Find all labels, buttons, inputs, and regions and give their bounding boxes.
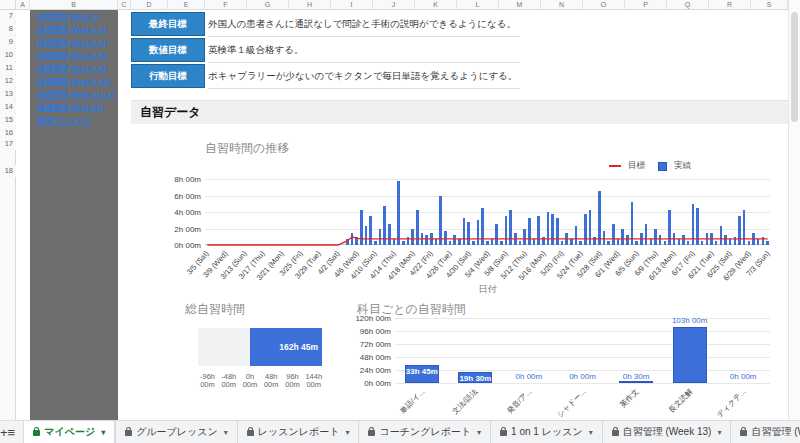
x-axis-title: 日付 <box>205 283 770 296</box>
sheet-tab-label: 自習管理 (Week 11-12) <box>751 425 800 439</box>
sidebar-link-1[interactable]: 自習管理 (Week 0) <box>37 12 100 22</box>
column-header-E[interactable]: E <box>168 0 205 10</box>
column-header-D[interactable]: D <box>131 0 168 10</box>
gridline <box>395 370 770 371</box>
row-header-7[interactable]: 7 <box>0 10 16 22</box>
y-tick-label: 72h 00m <box>351 340 391 349</box>
gauge-tick-label: 144h 00m <box>301 373 327 389</box>
row-header-14[interactable]: 14 <box>0 101 16 113</box>
chevron-down-icon[interactable]: ▾ <box>345 428 349 437</box>
column-header-O[interactable]: O <box>583 0 625 10</box>
y-tick-label: 0h 00m <box>351 379 391 388</box>
row-header-11[interactable]: 11 <box>0 62 16 74</box>
subject-bar-value: 103h 00m <box>663 316 717 325</box>
goal-label-action: 行動目標 <box>131 64 205 88</box>
sheet-tab-5[interactable]: 1 on 1 レッスン▾ <box>490 421 602 443</box>
sidebar-link-5[interactable]: 自習管理 (Week 7-8) <box>37 64 106 74</box>
column-header-M[interactable]: M <box>499 0 541 10</box>
sheet-tab-2[interactable]: グループレッスン▾ <box>115 421 237 443</box>
row-header-12[interactable]: 12 <box>0 75 16 87</box>
sheet-tab-label: マイページ <box>44 425 95 439</box>
y-tick-label: 2h 00m <box>131 225 201 234</box>
column-header-Q[interactable]: Q <box>667 0 709 10</box>
row-header-15[interactable]: 15 <box>0 114 16 126</box>
subject-plot-area: 33h 45m19h 30m0h 00m0h 00m0h 30m103h 00m… <box>395 318 770 383</box>
lock-icon <box>33 430 40 436</box>
sidebar-link-9[interactable]: 使用マニュアル <box>37 116 90 126</box>
sidebar-link-2[interactable]: 自習管理 (Week 1-2) <box>37 25 106 35</box>
sheet-tab-6[interactable]: 自習管理 (Week 13)▾ <box>602 421 731 443</box>
spreadsheet-canvas: ABCDEFGHIJKLMNOPQRS 78910111213141516171… <box>0 0 800 420</box>
sidebar-link-6[interactable]: 自習管理 (Week 9-10) <box>37 77 111 87</box>
y-tick-label: 8h 00m <box>131 175 201 184</box>
goal-label-numeric: 数値目標 <box>131 38 205 62</box>
gridline <box>395 344 770 345</box>
sidebar-link-7[interactable]: 自習管理 (Week 11-12) <box>37 90 114 100</box>
legend-target-label: 目標 <box>628 160 645 172</box>
subject-bar <box>673 327 707 383</box>
column-header-H[interactable]: H <box>289 0 331 10</box>
y-tick-label: 48h 00m <box>351 353 391 362</box>
column-header-F[interactable]: F <box>205 0 247 10</box>
column-header-L[interactable]: L <box>457 0 499 10</box>
gridline <box>395 383 770 384</box>
lock-icon <box>500 430 507 436</box>
sheet-tab-4[interactable]: コーチングレポート▾ <box>358 421 490 443</box>
lock-icon <box>740 430 747 436</box>
scrollbar-thumb[interactable] <box>791 12 798 122</box>
add-sheet-button[interactable]: + <box>0 421 8 443</box>
subject-bar-value: 0h 00m <box>556 372 610 381</box>
lock-icon <box>612 430 619 436</box>
column-header-S[interactable]: S <box>751 0 788 10</box>
column-header-B[interactable]: B <box>30 0 118 10</box>
sidebar-link-4[interactable]: 自習管理 (Week 5-6) <box>37 51 106 61</box>
chart-total-study-time: 総自習時間 162h 45m -96h 00m-48h 00m0h 00m48h… <box>131 297 351 420</box>
gridline <box>395 357 770 358</box>
row-header-10[interactable]: 10 <box>0 49 16 61</box>
target-line <box>205 179 770 245</box>
column-header-A[interactable]: A <box>16 0 30 10</box>
sheet-tab-1[interactable]: マイページ▾ <box>23 421 115 443</box>
lock-icon <box>247 430 254 436</box>
sheet-tab-7[interactable]: 自習管理 (Week 11-12)▾ <box>730 421 800 443</box>
sidebar-link-3[interactable]: 自習管理 (Week 3-4) <box>37 38 106 48</box>
sheet-tab-label: レッスンレポート <box>258 425 340 439</box>
column-header-I[interactable]: I <box>331 0 373 10</box>
column-header-K[interactable]: K <box>415 0 457 10</box>
row-header-18[interactable]: 18 <box>0 165 16 177</box>
row-header-13[interactable]: 13 <box>0 88 16 100</box>
chevron-down-icon[interactable]: ▾ <box>717 428 721 437</box>
column-header-P[interactable]: P <box>625 0 667 10</box>
column-header-J[interactable]: J <box>373 0 415 10</box>
subject-bar-value: 0h 00m <box>502 372 556 381</box>
subject-bar-value: 0h 30m <box>609 372 663 381</box>
goal-text-numeric: 英検準１級合格する。 <box>208 38 520 63</box>
column-header-G[interactable]: G <box>247 0 289 10</box>
all-sheets-menu-button[interactable]: ≡ <box>8 421 16 443</box>
row-header-8[interactable]: 8 <box>0 23 16 35</box>
trend-plot-area <box>205 179 770 245</box>
column-header-N[interactable]: N <box>541 0 583 10</box>
sidebar-links-column: 自習管理 (Week 0)自習管理 (Week 1-2)自習管理 (Week 3… <box>30 10 118 420</box>
select-all-corner[interactable] <box>0 0 16 10</box>
gauge-negative-region <box>198 328 250 366</box>
row-header-9[interactable]: 9 <box>0 36 16 48</box>
chevron-down-icon[interactable]: ▾ <box>477 428 481 437</box>
chevron-down-icon[interactable]: ▾ <box>101 428 105 437</box>
sidebar-link-8[interactable]: 自習管理 (Week 13) <box>37 103 104 113</box>
lock-icon <box>125 430 132 436</box>
chart-title-trend: 自習時間の推移 <box>205 140 289 157</box>
subject-bar <box>619 381 653 383</box>
gridline <box>395 331 770 332</box>
chevron-down-icon[interactable]: ▾ <box>589 428 593 437</box>
goal-text-final: 外国人の患者さんに通訳なしで問診と手術の説明ができるようになる。 <box>208 12 520 37</box>
row-header-17[interactable]: 17 <box>0 138 16 150</box>
column-header-R[interactable]: R <box>709 0 751 10</box>
goal-label-final: 最終目標 <box>131 12 205 36</box>
column-header-C[interactable]: C <box>118 0 131 10</box>
vertical-scrollbar[interactable] <box>788 0 800 420</box>
sheet-tab-3[interactable]: レッスンレポート▾ <box>237 421 359 443</box>
subject-bar-value: 0h 00m <box>716 372 770 381</box>
legend-actual-label: 実績 <box>674 160 691 172</box>
chevron-down-icon[interactable]: ▾ <box>224 428 228 437</box>
